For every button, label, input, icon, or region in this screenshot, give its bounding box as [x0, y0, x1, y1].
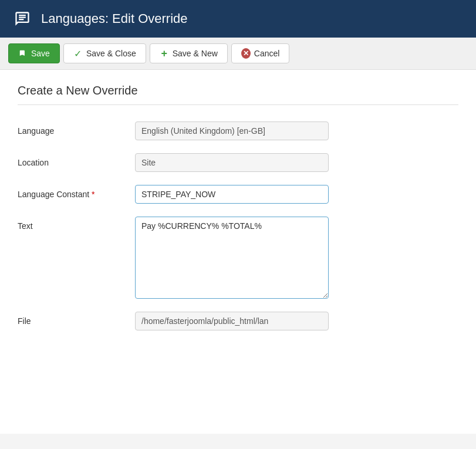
- language-input[interactable]: [135, 121, 329, 140]
- language-constant-field-group: Language Constant *: [18, 185, 458, 204]
- save-button[interactable]: Save: [8, 43, 60, 63]
- main-content: Create a New Override Language Location …: [0, 70, 476, 434]
- save-close-label: Save & Close: [86, 49, 136, 58]
- page-title: Languages: Edit Override: [41, 11, 188, 26]
- check-icon: ✓: [73, 49, 83, 58]
- chat-icon: [14, 11, 31, 27]
- language-constant-label: Language Constant *: [18, 185, 135, 199]
- save-new-label: Save & New: [173, 49, 218, 58]
- save-close-button[interactable]: ✓ Save & Close: [63, 43, 146, 63]
- language-label: Language: [18, 121, 135, 136]
- cancel-button[interactable]: ✕ Cancel: [231, 43, 290, 63]
- language-field-group: Language: [18, 121, 458, 140]
- file-field-group: File: [18, 312, 458, 330]
- language-constant-input[interactable]: [135, 185, 329, 204]
- save-icon: [18, 49, 28, 58]
- file-label: File: [18, 312, 135, 326]
- save-label: Save: [31, 49, 50, 58]
- page-header-icon: [12, 8, 33, 29]
- save-new-button[interactable]: + Save & New: [150, 43, 228, 63]
- text-label: Text: [18, 217, 135, 231]
- location-input[interactable]: [135, 153, 329, 172]
- page-header: Languages: Edit Override: [0, 0, 476, 38]
- cancel-icon: ✕: [241, 49, 251, 58]
- location-field-group: Location: [18, 153, 458, 172]
- required-indicator: *: [92, 190, 94, 199]
- text-input[interactable]: [135, 217, 329, 299]
- toolbar: Save ✓ Save & Close + Save & New ✕ Cance…: [0, 38, 476, 70]
- cancel-label: Cancel: [254, 49, 280, 58]
- section-title: Create a New Override: [18, 84, 458, 105]
- text-field-group: Text: [18, 217, 458, 299]
- plus-icon: +: [160, 49, 169, 58]
- location-label: Location: [18, 153, 135, 167]
- file-input[interactable]: [135, 312, 329, 330]
